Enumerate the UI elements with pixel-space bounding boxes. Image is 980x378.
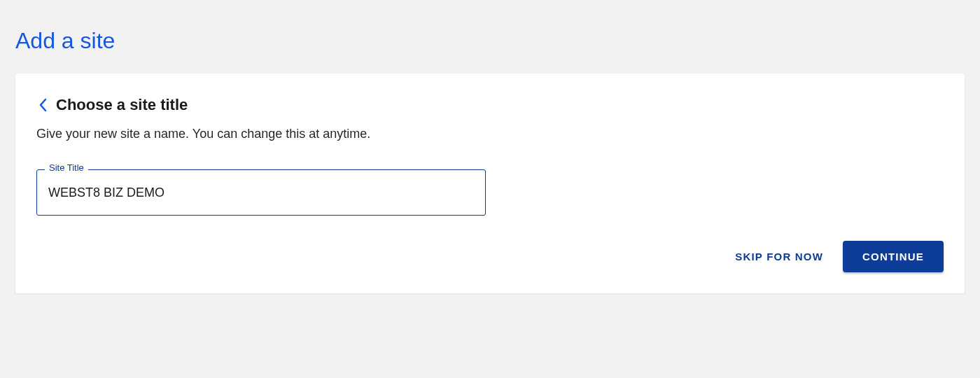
card-subtext: Give your new site a name. You can chang…	[36, 127, 944, 141]
site-title-card: Choose a site title Give your new site a…	[15, 74, 965, 293]
site-title-input[interactable]	[36, 169, 486, 216]
page-title: Add a site	[0, 0, 980, 54]
site-title-field-wrapper: Site Title	[36, 169, 486, 216]
back-icon[interactable]	[36, 97, 49, 113]
card-header: Choose a site title	[36, 96, 944, 114]
skip-for-now-button[interactable]: SKIP FOR NOW	[729, 242, 829, 271]
continue-button[interactable]: CONTINUE	[843, 241, 944, 272]
card-heading: Choose a site title	[56, 96, 188, 114]
site-title-label: Site Title	[45, 162, 88, 173]
button-row: SKIP FOR NOW CONTINUE	[36, 241, 944, 272]
